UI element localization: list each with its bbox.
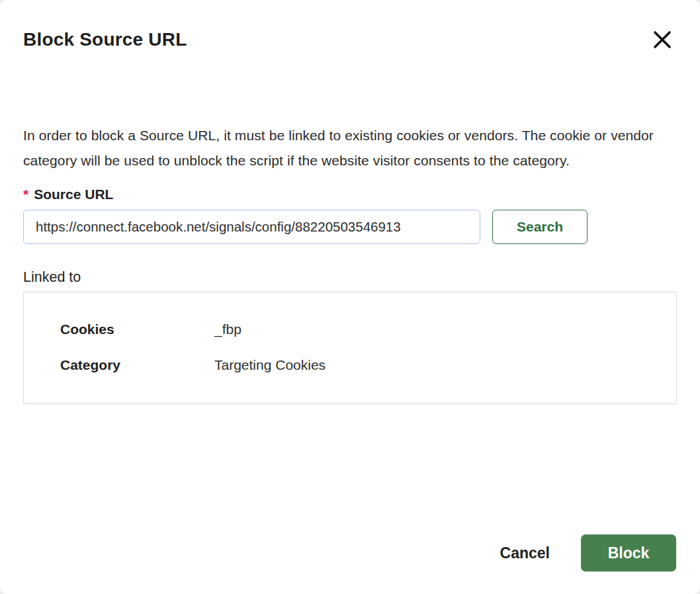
- close-button[interactable]: [649, 26, 676, 53]
- source-url-label-text: Source URL: [34, 187, 113, 202]
- category-label: Category: [60, 357, 214, 373]
- block-button[interactable]: Block: [581, 534, 676, 572]
- category-value: Targeting Cookies: [214, 357, 326, 373]
- source-url-input[interactable]: [23, 210, 480, 244]
- cookies-label: Cookies: [60, 321, 214, 337]
- linked-row-category: Category Targeting Cookies: [60, 357, 663, 373]
- linked-to-panel: Cookies _fbp Category Targeting Cookies: [23, 292, 677, 404]
- cancel-button[interactable]: Cancel: [499, 540, 551, 566]
- dialog-header: Block Source URL: [23, 0, 677, 53]
- dialog-footer: Cancel Block: [499, 534, 676, 572]
- source-url-label: * Source URL: [23, 187, 677, 202]
- close-x-icon: [652, 29, 673, 50]
- cookies-value: _fbp: [214, 321, 241, 337]
- search-button[interactable]: Search: [492, 210, 588, 244]
- block-source-url-dialog: Block Source URL In order to block a Sou…: [0, 0, 700, 594]
- linked-row-cookies: Cookies _fbp: [60, 321, 663, 337]
- linked-to-label: Linked to: [23, 269, 677, 286]
- source-url-row: Search: [23, 210, 677, 244]
- dialog-title: Block Source URL: [23, 28, 187, 52]
- dialog-description: In order to block a Source URL, it must …: [23, 123, 677, 173]
- required-asterisk: *: [23, 187, 28, 202]
